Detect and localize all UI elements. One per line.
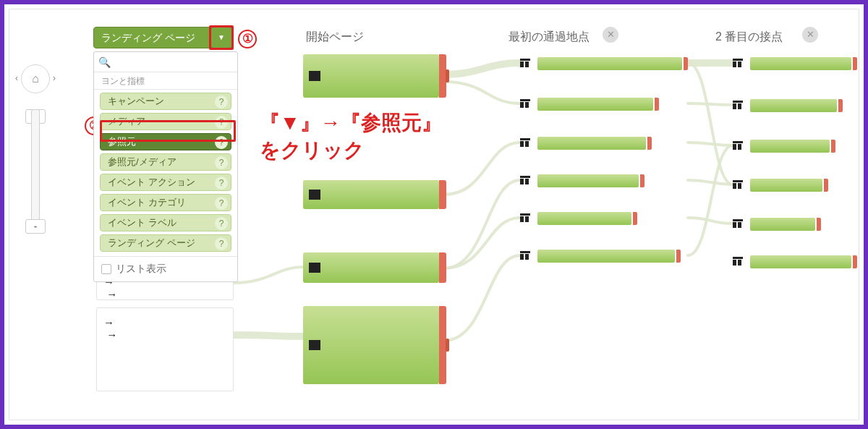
column-2-remove[interactable]: ✕ [603, 27, 618, 43]
dimension-chip-label: ランディング ページ [101, 32, 195, 43]
list-view-toggle[interactable]: リスト表示 [94, 256, 237, 277]
home-icon: ⌂ [32, 72, 39, 85]
help-icon[interactable]: ? [215, 237, 228, 250]
home-nav: ‹ ⌂ › [21, 64, 50, 93]
help-icon[interactable]: ? [215, 156, 228, 169]
dimension-search[interactable]: 🔍 [94, 52, 237, 72]
flow-node[interactable] [728, 99, 859, 112]
flow-node[interactable] [728, 140, 859, 153]
search-icon: 🔍 [98, 56, 111, 68]
help-icon[interactable]: ? [215, 217, 228, 230]
annotation-number-1: ① [238, 30, 257, 48]
column-3-title: 2 番目の接点 [715, 30, 783, 45]
help-icon[interactable]: ? [215, 95, 228, 109]
dimension-item[interactable]: イベント アクション? [100, 174, 231, 191]
dimension-item[interactable]: キャンペーン? [100, 93, 231, 110]
help-icon[interactable]: ? [215, 197, 228, 210]
dimension-item[interactable]: ランディング ページ? [100, 234, 231, 252]
column-2-title: 最初の通過地点 [509, 30, 590, 45]
flow-node[interactable] [516, 57, 704, 70]
annotation-text: 『▼』→『参照元』をクリック [254, 108, 448, 166]
annotation-highlight-2 [100, 120, 236, 142]
dimension-panel: 🔍 ヨンと指標 キャンペーン? メディア? 参照元? 参照元/メディア? イベン… [93, 51, 238, 282]
flow-node[interactable] [728, 218, 859, 231]
flow-node[interactable] [516, 250, 704, 263]
dimension-group-label: ヨンと指標 [94, 72, 237, 90]
checkbox-icon [101, 264, 111, 274]
flow-node[interactable] [303, 252, 439, 283]
dimension-search-input[interactable] [115, 56, 233, 67]
column-1-title: 開始ページ [306, 30, 364, 45]
flow-node[interactable] [516, 137, 704, 150]
dimension-item[interactable]: 参照元/メディア? [100, 153, 231, 171]
flow-node[interactable] [516, 212, 704, 225]
nav-next-icon[interactable]: › [53, 73, 56, 83]
flow-node[interactable] [303, 54, 439, 98]
flow-node[interactable] [728, 179, 859, 192]
dimension-item[interactable]: イベント カテゴリ? [100, 194, 231, 211]
canvas: ‹ ⌂ › + - 開始ページ 最初の通過地点 2 番目の接点 ✕ ✕ [9, 9, 859, 420]
flow-node[interactable] [516, 174, 704, 187]
help-icon[interactable]: ? [215, 177, 228, 190]
flow-node[interactable] [303, 180, 439, 209]
flow-node[interactable] [303, 306, 439, 384]
dimension-item[interactable]: イベント ラベル? [100, 214, 231, 232]
annotation-highlight-1 [209, 25, 234, 50]
nav-prev-icon[interactable]: ‹ [15, 73, 18, 83]
flow-node[interactable] [516, 98, 704, 111]
home-button[interactable]: ⌂ [21, 64, 50, 93]
source-node[interactable] [96, 307, 234, 391]
dimension-chip[interactable]: ランディング ページ ▼ [93, 27, 232, 48]
zoom-slider[interactable] [31, 109, 40, 234]
flow-node[interactable] [728, 255, 859, 268]
column-3-remove[interactable]: ✕ [802, 27, 818, 43]
flow-node[interactable] [728, 57, 859, 70]
arrows-icon: → → [103, 316, 116, 341]
zoom-out-button[interactable]: - [25, 219, 46, 234]
dimension-picker: ランディング ページ ▼ 🔍 ヨンと指標 キャンペーン? メディア? 参照元? … [93, 27, 232, 282]
